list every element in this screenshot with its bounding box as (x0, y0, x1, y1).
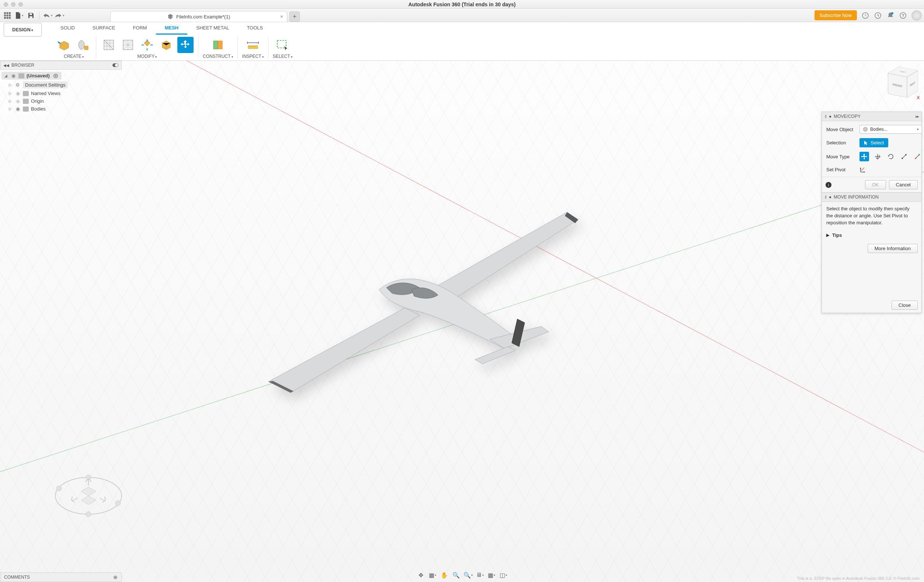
browser-title: BROWSER (12, 62, 34, 68)
close-window-icon[interactable] (4, 2, 8, 7)
move-type-rotate-icon[interactable] (886, 152, 896, 161)
new-tab-button[interactable]: + (289, 12, 300, 22)
orbit-gizmo-icon[interactable] (52, 466, 125, 527)
svg-rect-2 (9, 12, 11, 14)
visibility-off-icon[interactable]: ◉ (15, 99, 21, 104)
more-information-button[interactable]: More Information (868, 244, 918, 253)
gear-icon[interactable]: ⚙ (15, 82, 21, 88)
close-button[interactable]: Close (891, 301, 918, 310)
tree-item-origin[interactable]: ▷ ◉ Origin (0, 97, 122, 105)
viewcube-front[interactable]: FRONT (888, 73, 907, 98)
viewport[interactable]: ◀◀ BROWSER ◢ ◉ (Unsaved) ▷ ⚙ Document Se… (0, 61, 924, 582)
data-panel-icon[interactable] (2, 10, 13, 21)
set-pivot-icon[interactable] (860, 166, 867, 173)
visibility-icon[interactable]: ◉ (15, 106, 21, 112)
tips-toggle[interactable]: ▶Tips (822, 230, 921, 240)
minimize-window-icon[interactable] (11, 2, 15, 7)
display-settings-icon[interactable]: 🖥 (475, 571, 485, 579)
construct-plane-icon[interactable] (210, 37, 226, 53)
browser-header[interactable]: ◀◀ BROWSER (0, 61, 122, 70)
ribbon-tabs: SOLID SURFACE FORM MESH SHEET METAL TOOL… (0, 22, 924, 35)
collapse-panel-icon[interactable]: ● (829, 114, 832, 119)
insert-mesh-icon[interactable] (56, 37, 72, 53)
grid-settings-icon[interactable]: ▦ (487, 571, 496, 579)
grip-icon[interactable]: ⦀ (825, 194, 827, 200)
tessellate-icon[interactable] (75, 37, 91, 53)
tree-item-document-settings[interactable]: ▷ ⚙ Document Settings (0, 80, 122, 89)
close-tab-icon[interactable]: × (280, 14, 283, 20)
orbit-icon[interactable]: ✥ (416, 571, 426, 579)
model-airplane[interactable] (246, 197, 586, 404)
tab-form[interactable]: FORM (124, 22, 155, 35)
measure-icon[interactable] (245, 37, 261, 53)
group-inspect: INSPECT (238, 37, 269, 59)
reduce-icon[interactable] (120, 37, 136, 53)
cancel-button[interactable]: Cancel (889, 180, 918, 189)
tab-mesh[interactable]: MESH (156, 22, 188, 35)
component-icon (18, 73, 24, 79)
collapse-icon[interactable]: ◀◀ (3, 63, 9, 67)
move-object-select[interactable]: Bodies... (860, 125, 922, 134)
shell-icon[interactable] (158, 37, 175, 53)
collapse-panel-icon[interactable]: ● (829, 194, 832, 200)
move-type-free-icon[interactable] (860, 152, 869, 161)
select-window-icon[interactable] (274, 37, 290, 53)
tab-tools[interactable]: TOOLS (238, 22, 272, 35)
group-construct: CONSTRUCT (198, 37, 238, 59)
svg-rect-5 (9, 14, 11, 16)
tab-solid[interactable]: SOLID (52, 22, 84, 35)
move-type-point-icon[interactable] (899, 152, 909, 161)
tab-sheet-metal[interactable]: SHEET METAL (187, 22, 238, 35)
subscribe-button[interactable]: Subscribe Now (815, 10, 857, 20)
expand-panel-icon[interactable]: ▸▸ (916, 114, 919, 119)
group-create-label[interactable]: CREATE (64, 54, 84, 59)
move-type-point-axes-icon[interactable] (912, 152, 922, 161)
tree-item-bodies[interactable]: ▷ ◉ Bodies (0, 105, 122, 113)
tab-surface[interactable]: SURFACE (84, 22, 124, 35)
pan-icon[interactable]: ✋ (439, 571, 449, 579)
select-button[interactable]: Select (860, 138, 888, 147)
group-modify-label[interactable]: MODIFY (137, 54, 157, 59)
tree-item-named-views[interactable]: ▷ ◉ Named Views (0, 89, 122, 97)
move-info-header[interactable]: ⦀ ● MOVE INFORMATION (822, 192, 921, 202)
grip-icon[interactable]: ⦀ (825, 114, 827, 119)
add-comment-icon[interactable]: ⊕ (113, 574, 118, 580)
move-info-title: MOVE INFORMATION (834, 194, 879, 200)
move-type-translate-icon[interactable] (873, 152, 882, 161)
visibility-icon[interactable]: ◉ (10, 73, 16, 79)
document-tabstrip: FileInfo.com Example*(1) × + (110, 9, 813, 22)
undo-icon[interactable] (43, 10, 53, 21)
info-icon[interactable]: i (825, 182, 832, 188)
extensions-icon[interactable] (861, 12, 870, 20)
workspace-selector[interactable]: DESIGN (4, 23, 42, 36)
browser-toggle-icon[interactable] (112, 63, 118, 67)
ok-button[interactable]: OK (865, 180, 886, 189)
help-icon[interactable]: ? (899, 12, 907, 20)
visibility-icon[interactable]: ◉ (15, 90, 21, 96)
file-menu-icon[interactable] (14, 10, 24, 21)
save-icon[interactable] (26, 10, 36, 21)
look-at-icon[interactable]: ▦ (428, 571, 437, 579)
move-copy-icon[interactable] (177, 37, 193, 53)
plane-cut-icon[interactable] (139, 37, 155, 53)
viewcube[interactable]: Z X TOP FRONT RIGHT (889, 69, 917, 98)
ribbon: SOLID SURFACE FORM MESH SHEET METAL TOOL… (0, 22, 924, 61)
redo-icon[interactable] (54, 10, 64, 21)
group-select-label[interactable]: SELECT (273, 54, 292, 59)
zoom-window-icon[interactable] (18, 2, 23, 7)
user-avatar[interactable] (911, 10, 922, 21)
group-construct-label[interactable]: CONSTRUCT (203, 54, 233, 59)
document-tab[interactable]: FileInfo.com Example*(1) × (110, 11, 287, 22)
tree-root[interactable]: ◢ ◉ (Unsaved) (2, 72, 61, 80)
zoom-window-icon[interactable]: 🔍 (463, 571, 473, 579)
notifications-icon[interactable] (886, 12, 894, 20)
move-copy-header[interactable]: ⦀ ● MOVE/COPY ▸▸ (822, 112, 921, 121)
job-status-icon[interactable] (874, 12, 882, 20)
move-info-body: Select the object to modify then specify… (822, 202, 921, 230)
remesh-icon[interactable] (101, 37, 117, 53)
viewport-layout-icon[interactable]: ◫ (498, 571, 508, 579)
group-inspect-label[interactable]: INSPECT (242, 54, 264, 59)
comments-bar[interactable]: COMMENTS ⊕ (0, 572, 122, 582)
zoom-icon[interactable]: 🔍 (451, 571, 461, 579)
activate-radio-icon[interactable] (53, 74, 58, 78)
